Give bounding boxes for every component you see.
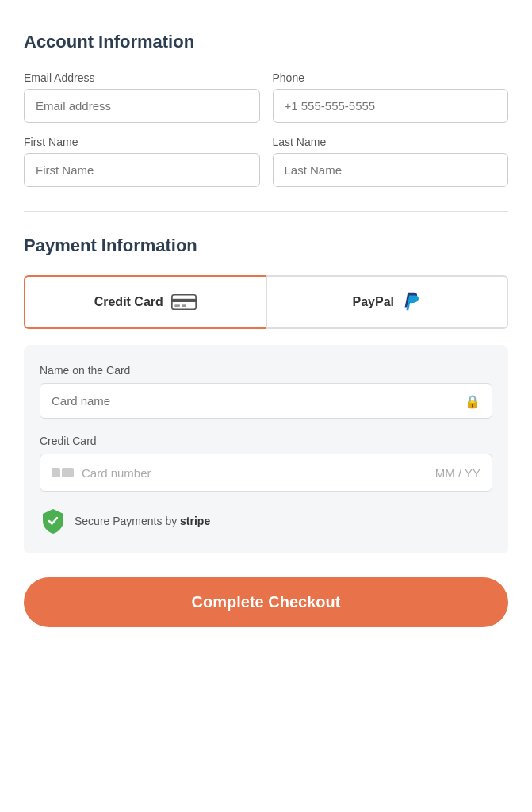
svg-rect-3	[182, 304, 186, 307]
last-name-input[interactable]	[273, 153, 509, 187]
svg-rect-1	[172, 299, 196, 302]
payment-card-form: Name on the Card 🔒 Credit Card Card numb…	[24, 345, 508, 553]
card-name-input-wrapper: 🔒	[40, 383, 492, 419]
paypal-icon	[402, 291, 421, 313]
card-name-group: Name on the Card 🔒	[40, 364, 492, 419]
card-lines-icon	[52, 465, 74, 481]
credit-card-tab-label: Credit Card	[94, 295, 163, 309]
first-name-group: First Name	[24, 136, 260, 187]
secure-shield-icon	[40, 508, 67, 534]
svg-rect-5	[62, 468, 74, 477]
email-group: Email Address	[24, 71, 260, 123]
phone-group: Phone	[273, 71, 509, 123]
complete-checkout-button[interactable]: Complete Checkout	[24, 577, 508, 627]
svg-rect-4	[52, 468, 60, 477]
card-chip-icon	[52, 465, 74, 481]
svg-rect-2	[174, 304, 180, 307]
email-input[interactable]	[24, 89, 260, 123]
credit-card-icon	[171, 293, 197, 311]
last-name-group: Last Name	[273, 136, 509, 187]
phone-input[interactable]	[273, 89, 509, 123]
first-name-label: First Name	[24, 136, 260, 148]
email-phone-row: Email Address Phone	[24, 71, 508, 123]
payment-information-section: Payment Information Credit Card PayPal	[24, 236, 508, 553]
phone-label: Phone	[273, 71, 509, 84]
paypal-tab[interactable]: PayPal	[266, 275, 509, 329]
payment-title: Payment Information	[24, 236, 508, 256]
stripe-brand: stripe	[180, 515, 210, 527]
card-number-placeholder: Card number	[82, 466, 427, 480]
secure-badge: Secure Payments by stripe	[40, 508, 492, 534]
secure-payments-text: Secure Payments by stripe	[75, 515, 210, 527]
card-name-label: Name on the Card	[40, 364, 492, 377]
payment-tabs: Credit Card PayPal	[24, 275, 508, 329]
card-expiry-placeholder: MM / YY	[435, 466, 480, 480]
email-label: Email Address	[24, 71, 260, 84]
paypal-tab-label: PayPal	[353, 295, 394, 309]
name-row: First Name Last Name	[24, 136, 508, 187]
lock-icon: 🔒	[465, 393, 480, 408]
section-divider	[24, 211, 508, 212]
credit-card-number-group: Credit Card Card number MM / YY	[40, 435, 492, 492]
first-name-input[interactable]	[24, 153, 260, 187]
credit-card-field-label: Credit Card	[40, 435, 492, 447]
account-information-section: Account Information Email Address Phone …	[24, 32, 508, 187]
card-name-input[interactable]	[40, 384, 492, 418]
card-number-input-wrapper[interactable]: Card number MM / YY	[40, 454, 492, 492]
credit-card-tab[interactable]: Credit Card	[24, 275, 266, 329]
account-title: Account Information	[24, 32, 508, 52]
last-name-label: Last Name	[273, 136, 509, 148]
